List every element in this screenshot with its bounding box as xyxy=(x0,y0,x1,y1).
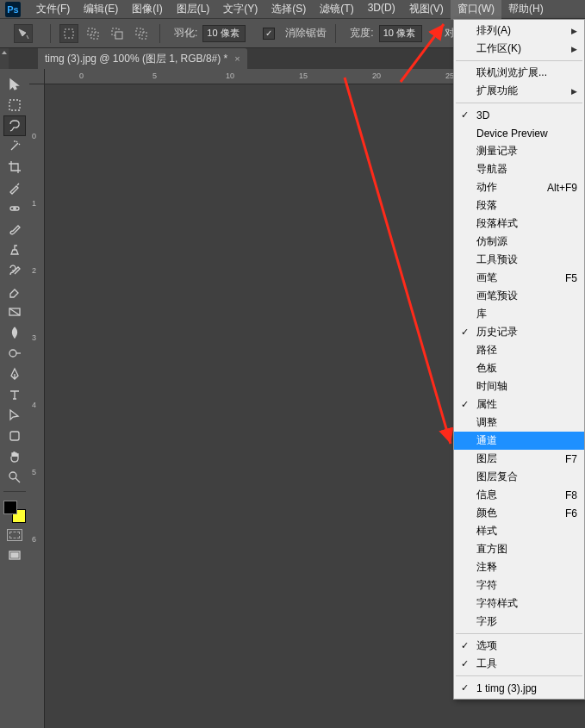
menu-选择[interactable]: 选择(S) xyxy=(264,0,313,20)
menu-item-路径[interactable]: 路径 xyxy=(454,341,584,359)
menu-item-库[interactable]: 库 xyxy=(454,305,584,323)
tool-preset-picker[interactable] xyxy=(14,24,33,43)
shape-tool[interactable] xyxy=(3,426,26,446)
menu-item-联机浏览扩展[interactable]: 联机浏览扩展... xyxy=(454,64,584,82)
magic-wand-tool[interactable] xyxy=(3,136,26,157)
marquee-tool[interactable] xyxy=(3,95,26,115)
menu-3d[interactable]: 3D(D) xyxy=(361,0,402,20)
menu-item-工具预设[interactable]: 工具预设 xyxy=(454,251,584,269)
menu-图像[interactable]: 图像(I) xyxy=(125,0,169,20)
lasso-tool[interactable] xyxy=(3,115,26,136)
menu-视图[interactable]: 视图(V) xyxy=(402,0,451,20)
menu-图层[interactable]: 图层(L) xyxy=(170,0,217,20)
pen-tool[interactable] xyxy=(3,364,26,384)
type-tool[interactable] xyxy=(3,384,26,405)
menu-item-色板[interactable]: 色板 xyxy=(454,359,584,377)
color-swatches[interactable] xyxy=(3,501,26,523)
menu-item-字符样式[interactable]: 字符样式 xyxy=(454,594,584,613)
menu-item-画笔预设[interactable]: 画笔预设 xyxy=(454,287,584,305)
menu-item-label: 工作区(K) xyxy=(476,41,521,56)
eyedropper-tool[interactable] xyxy=(3,177,26,198)
dodge-tool[interactable] xyxy=(3,343,26,364)
menu-item-注释[interactable]: 注释 xyxy=(454,558,584,576)
menu-item-3D[interactable]: 3D xyxy=(454,106,584,124)
menu-窗口[interactable]: 窗口(W) xyxy=(451,0,501,20)
menu-item-label: 动作 xyxy=(476,180,497,195)
menu-item-扩展功能[interactable]: 扩展功能▶ xyxy=(454,82,584,100)
menu-item-时间轴[interactable]: 时间轴 xyxy=(454,377,584,395)
menu-item-信息[interactable]: 信息F8 xyxy=(454,486,584,504)
ruler-v-tick: 4 xyxy=(32,401,36,409)
panel-collapse-arrow[interactable] xyxy=(0,48,9,69)
menu-item-属性[interactable]: 属性 xyxy=(454,395,584,414)
menu-文件[interactable]: 文件(F) xyxy=(29,0,77,20)
menu-item-shortcut: F5 xyxy=(557,272,577,284)
menu-item-图层复合[interactable]: 图层复合 xyxy=(454,468,584,486)
ruler-vertical[interactable]: 0123456 xyxy=(29,84,45,728)
menu-item-测量记录[interactable]: 测量记录 xyxy=(454,142,584,160)
gradient-tool[interactable] xyxy=(3,302,26,322)
close-tab-icon[interactable]: × xyxy=(234,53,240,64)
svg-rect-11 xyxy=(10,432,19,440)
menu-item-label: 历史记录 xyxy=(476,325,518,339)
intersect-selection-icon[interactable] xyxy=(132,24,151,43)
menu-item-1timg3jpg[interactable]: 1 timg (3).jpg xyxy=(454,679,584,697)
zoom-tool[interactable] xyxy=(3,467,26,488)
foreground-color-swatch[interactable] xyxy=(3,501,17,514)
menu-item-仿制源[interactable]: 仿制源 xyxy=(454,233,584,251)
eraser-tool[interactable] xyxy=(3,281,26,302)
feather-label: 羽化: xyxy=(174,26,197,40)
menu-item-直方图[interactable]: 直方图 xyxy=(454,540,584,558)
menu-item-label: 时间轴 xyxy=(476,379,507,394)
ruler-v-tick: 2 xyxy=(32,266,36,275)
document-tab[interactable]: timg (3).jpg @ 100% (图层 1, RGB/8#) * × xyxy=(38,48,247,69)
subtract-selection-icon[interactable] xyxy=(108,24,127,43)
brush-tool[interactable] xyxy=(3,219,26,240)
menu-item-段落样式[interactable]: 段落样式 xyxy=(454,215,584,233)
menu-separator xyxy=(456,633,582,634)
menu-帮助[interactable]: 帮助(H) xyxy=(501,0,551,20)
antialias-checkbox[interactable]: ✓ xyxy=(263,28,275,40)
menu-item-label: 排列(A) xyxy=(476,23,511,38)
menu-item-段落[interactable]: 段落 xyxy=(454,196,584,215)
menu-item-shortcut: F7 xyxy=(557,453,577,465)
menu-item-DevicePreview[interactable]: Device Preview xyxy=(454,124,584,142)
menu-item-选项[interactable]: 选项 xyxy=(454,637,584,655)
menu-item-通道[interactable]: 通道 xyxy=(454,432,584,450)
menu-item-label: 字符 xyxy=(476,578,497,593)
clone-stamp-tool[interactable] xyxy=(3,240,26,260)
menu-item-导航器[interactable]: 导航器 xyxy=(454,160,584,178)
add-selection-icon[interactable] xyxy=(84,24,103,43)
menu-item-画笔[interactable]: 画笔F5 xyxy=(454,269,584,287)
menu-滤镜[interactable]: 滤镜(T) xyxy=(313,0,360,20)
menu-item-字符[interactable]: 字符 xyxy=(454,576,584,594)
menu-item-字形[interactable]: 字形 xyxy=(454,613,584,631)
menu-item-调整[interactable]: 调整 xyxy=(454,414,584,432)
menu-item-动作[interactable]: 动作Alt+F9 xyxy=(454,178,584,196)
crop-tool[interactable] xyxy=(3,157,26,177)
menu-item-label: 画笔 xyxy=(476,271,497,285)
blur-tool[interactable] xyxy=(3,322,26,343)
menu-文字[interactable]: 文字(Y) xyxy=(216,0,264,20)
new-selection-icon[interactable] xyxy=(59,24,78,43)
menu-item-工作区K[interactable]: 工作区(K)▶ xyxy=(454,40,584,58)
move-tool[interactable] xyxy=(3,74,26,95)
width-input[interactable] xyxy=(379,25,422,42)
menu-item-工具[interactable]: 工具 xyxy=(454,655,584,673)
menu-item-历史记录[interactable]: 历史记录 xyxy=(454,323,584,341)
menu-编辑[interactable]: 编辑(E) xyxy=(77,0,125,20)
menu-item-图层[interactable]: 图层F7 xyxy=(454,450,584,468)
healing-brush-tool[interactable] xyxy=(3,198,26,219)
path-selection-tool[interactable] xyxy=(3,405,26,426)
feather-input[interactable] xyxy=(202,25,246,42)
history-brush-tool[interactable] xyxy=(3,260,26,281)
menu-item-label: 样式 xyxy=(476,524,497,538)
menu-item-排列A[interactable]: 排列(A)▶ xyxy=(454,22,584,40)
menu-item-label: 测量记录 xyxy=(476,144,518,159)
quick-mask-toggle[interactable] xyxy=(3,526,26,544)
screen-mode-toggle[interactable] xyxy=(3,545,26,566)
svg-point-12 xyxy=(9,472,16,479)
menu-item-样式[interactable]: 样式 xyxy=(454,522,584,540)
hand-tool[interactable] xyxy=(3,446,26,467)
menu-item-颜色[interactable]: 颜色F6 xyxy=(454,504,584,522)
